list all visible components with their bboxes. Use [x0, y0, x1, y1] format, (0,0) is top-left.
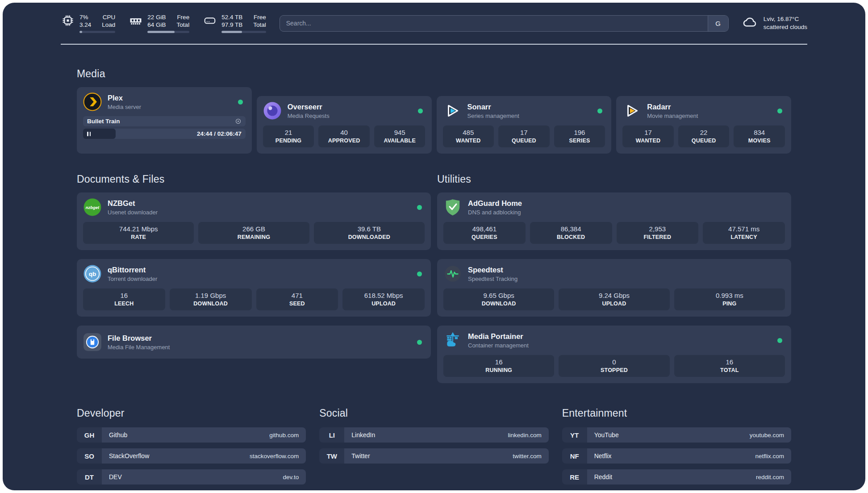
- filebrowser-icon: [83, 333, 102, 351]
- link-row-twitter[interactable]: TW Twitter twitter.com: [319, 448, 548, 464]
- stat-label: RATE: [85, 234, 192, 240]
- search-engine-button[interactable]: G: [708, 16, 728, 31]
- stat-tile: 1.19 Gbps DOWNLOAD: [170, 288, 252, 310]
- app-title: Overseerr: [288, 103, 330, 111]
- link-row-reddit[interactable]: RE Reddit reddit.com: [562, 469, 791, 485]
- stat-value: 16: [445, 358, 552, 366]
- utilities-column: Utilities AdGuard Home DNS and adblocki: [437, 154, 791, 383]
- link-abbr: YT: [562, 427, 587, 443]
- stat-label: REMAINING: [200, 234, 307, 240]
- header-separator: [61, 44, 807, 45]
- pause-icon[interactable]: [87, 132, 91, 136]
- app-subtitle: Media File Management: [108, 344, 170, 351]
- memory-progress-track: [147, 31, 189, 33]
- app-title: AdGuard Home: [468, 199, 522, 208]
- link-row-dev[interactable]: DT DEV dev.to: [77, 469, 306, 485]
- disk-total: 97.9 TB: [221, 21, 242, 29]
- search-bar: G: [280, 15, 729, 32]
- cast-icon[interactable]: [235, 118, 242, 125]
- app-card-overseerr[interactable]: Overseerr Media Requests 21 PENDING 40 A…: [257, 96, 432, 154]
- link-abbr: RE: [562, 469, 587, 485]
- app-title: qBittorrent: [108, 266, 157, 274]
- link-url: linkedin.com: [508, 432, 542, 439]
- stat-label: QUEUED: [500, 138, 548, 144]
- app-subtitle: Series management: [467, 113, 519, 119]
- stat-label: SERIES: [556, 138, 604, 144]
- link-name: LinkedIn: [351, 431, 375, 439]
- app-card-speedtest[interactable]: Speedtest Speedtest Tracking 9.65 Gbps D…: [437, 259, 791, 317]
- stat-value: 17: [624, 129, 672, 136]
- cpu-usage: 7%: [79, 13, 91, 21]
- dashboard-frame: 7% 3.24 CPU Load: [3, 3, 865, 490]
- app-card-filebrowser[interactable]: File Browser Media File Management: [77, 326, 431, 359]
- stat-tile: 471 SEED: [256, 288, 338, 310]
- stat-value: 196: [556, 129, 604, 136]
- stat-label: APPROVED: [320, 138, 368, 144]
- stat-tile: 0.993 ms PING: [674, 288, 785, 310]
- plex-icon: [83, 92, 102, 111]
- stat-value: 16: [85, 292, 163, 299]
- link-row-stackoverflow[interactable]: SO StackOverflow stackoverflow.com: [77, 448, 306, 464]
- app-title: Radarr: [647, 103, 698, 111]
- link-row-linkedin[interactable]: LI LinkedIn linkedin.com: [319, 427, 548, 443]
- stat-label: RUNNING: [445, 367, 552, 373]
- stat-tile: 945 AVAILABLE: [374, 125, 426, 147]
- app-card-sonarr[interactable]: Sonarr Series management 485 WANTED 17 Q…: [437, 96, 612, 154]
- link-row-netflix[interactable]: NF Netflix netflix.com: [562, 448, 791, 464]
- app-subtitle: Media server: [108, 104, 141, 110]
- stat-label: PENDING: [265, 138, 313, 144]
- stat-value: 21: [265, 129, 313, 136]
- search-input[interactable]: [280, 16, 708, 31]
- stat-label: LEECH: [85, 301, 163, 307]
- app-subtitle: Container management: [468, 342, 529, 349]
- app-subtitle: Speedtest Tracking: [468, 276, 517, 282]
- link-name: DEV: [109, 473, 122, 480]
- app-card-portainer[interactable]: Media Portainer Container management 16 …: [437, 326, 791, 383]
- stat-value: 1.19 Gbps: [171, 292, 250, 299]
- status-dot: [417, 340, 422, 345]
- app-card-plex[interactable]: Plex Media server Bullet Train: [77, 87, 252, 154]
- app-card-qbittorrent[interactable]: qb qBittorrent Torrent downloader 16 LEE…: [77, 259, 431, 317]
- cpu-progress-fill: [79, 31, 82, 33]
- link-url: youtube.com: [750, 432, 784, 439]
- link-name: StackOverflow: [109, 452, 149, 460]
- system-widgets: 7% 3.24 CPU Load: [61, 13, 266, 33]
- stat-tile: 21 PENDING: [263, 125, 314, 147]
- link-url: github.com: [269, 432, 299, 439]
- header: 7% 3.24 CPU Load: [3, 3, 865, 33]
- link-row-youtube[interactable]: YT YouTube youtube.com: [562, 427, 791, 443]
- weather-condition: scattered clouds: [764, 23, 807, 31]
- stat-label: SEED: [258, 301, 337, 307]
- app-title: NZBGet: [108, 199, 158, 208]
- playback-progress-fill: [83, 129, 116, 139]
- app-card-radarr[interactable]: Radarr Movie management 17 WANTED 22 QUE…: [616, 96, 791, 154]
- stat-label: AVAILABLE: [376, 138, 424, 144]
- link-name: Netflix: [594, 452, 612, 460]
- stat-value: 17: [500, 129, 548, 136]
- link-abbr: SO: [77, 448, 102, 464]
- playback-progress-bar[interactable]: 24:44 / 02:06:47: [83, 129, 246, 139]
- stat-tile: 16 RUNNING: [443, 355, 554, 377]
- stat-tile: 266 GB REMAINING: [198, 222, 309, 244]
- stat-tile: 17 WANTED: [622, 125, 674, 147]
- stat-label: WANTED: [445, 138, 492, 144]
- section-title-documents: Documents & Files: [77, 173, 431, 185]
- cpu-widget: 7% 3.24 CPU Load: [61, 13, 115, 33]
- plex-now-playing: Bullet Train 24:44 / 02:06:47: [83, 116, 246, 139]
- app-card-adguard[interactable]: AdGuard Home DNS and adblocking 498,461 …: [437, 192, 791, 250]
- link-url: netflix.com: [755, 453, 784, 460]
- stat-tile: 40 APPROVED: [318, 125, 370, 147]
- link-row-github[interactable]: GH Github github.com: [77, 427, 306, 443]
- stat-label: DOWNLOADED: [316, 234, 423, 240]
- stat-tile: 618.52 Mbps UPLOAD: [342, 288, 425, 310]
- stat-tile: 498,461 QUERIES: [443, 222, 526, 244]
- link-name: Reddit: [594, 473, 612, 480]
- app-title: Plex: [108, 94, 141, 102]
- stat-label: DOWNLOAD: [171, 301, 250, 307]
- stat-tile: 0 STOPPED: [559, 355, 669, 377]
- stat-tile: 22 QUEUED: [678, 125, 730, 147]
- stat-label: BLOCKED: [532, 234, 610, 240]
- overseerr-icon: [263, 101, 282, 120]
- app-card-nzbget[interactable]: nzbget NZBGet Usenet downloader 744.21 M…: [77, 192, 431, 250]
- section-title-media: Media: [77, 68, 791, 80]
